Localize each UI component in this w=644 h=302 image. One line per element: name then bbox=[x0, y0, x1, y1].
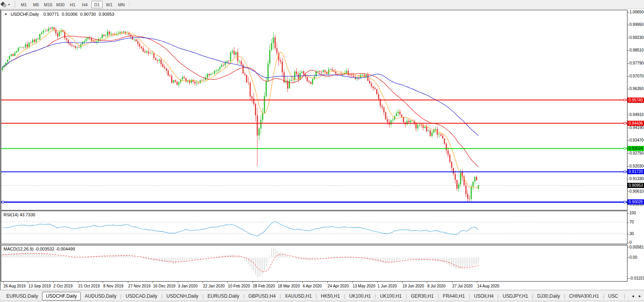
hline-handle[interactable] bbox=[2, 201, 4, 203]
chart-tab-usdcnh-daily[interactable]: USDCNH,Daily bbox=[165, 292, 200, 300]
tab-separator: | bbox=[437, 293, 439, 299]
hline-price-tag[interactable]: 0.95740 bbox=[627, 98, 644, 103]
tab-scroll-left-button[interactable]: ◄ bbox=[631, 294, 635, 298]
bid-price-tag: 0.90953 bbox=[627, 183, 644, 188]
hline-price-tag[interactable]: 0.90026 bbox=[627, 199, 644, 204]
time-axis-tick bbox=[53, 282, 54, 283]
rsi-axis-tick bbox=[627, 234, 629, 234]
price-axis-tick bbox=[627, 140, 629, 141]
chart-tab-hk50-h1[interactable]: HK50,H1 bbox=[319, 292, 342, 300]
hline-handle[interactable] bbox=[624, 147, 626, 149]
time-axis-tick bbox=[28, 282, 28, 283]
tab-scroll-right-button[interactable]: ► bbox=[638, 294, 642, 298]
price-axis-label: 0.97070 bbox=[629, 74, 644, 79]
time-axis-label: 8 Jul 2020 bbox=[427, 284, 445, 288]
chart-tab-uk100-h1[interactable]: UK100,H1 bbox=[347, 292, 372, 300]
time-axis-label: 14 Aug 2020 bbox=[477, 284, 499, 288]
price-axis-tick bbox=[627, 76, 629, 77]
main-chart-pane[interactable]: ▼ USDCHF,Daily 0.90771 0.91006 0.90730 0… bbox=[1, 10, 627, 210]
chart-tab-xauusd-h1[interactable]: XAUUSD,H1 bbox=[283, 292, 314, 300]
time-axis-tick bbox=[477, 282, 477, 283]
timeframe-m30[interactable]: M30 bbox=[55, 1, 66, 8]
time-axis-tick bbox=[203, 282, 203, 283]
rsi-axis-label: 30 bbox=[629, 232, 634, 236]
tab-separator: | bbox=[375, 293, 376, 299]
toolbar-grip[interactable] bbox=[15, 1, 15, 7]
chart-tab-ger30-h1[interactable]: GER30,H1 bbox=[409, 292, 435, 300]
collapse-triangle-icon[interactable]: ▼ bbox=[4, 13, 7, 16]
timeframe-d1[interactable]: D1 bbox=[91, 1, 103, 8]
time-axis-label: 3 Jan 2020 bbox=[178, 284, 198, 288]
hline-handle[interactable] bbox=[624, 171, 626, 173]
chart-tab-usoil-h4[interactable]: USOil,H4 bbox=[472, 292, 495, 300]
tab-separator: | bbox=[498, 293, 499, 299]
rsi-axis[interactable]: 10070300 bbox=[627, 211, 644, 244]
time-axis-tick bbox=[253, 282, 253, 283]
timeframe-h1[interactable]: H1 bbox=[67, 1, 78, 8]
rsi-pane[interactable]: RSI(14) 43.7330 bbox=[1, 211, 627, 244]
tab-separator: | bbox=[603, 293, 604, 299]
time-axis-label: 10 Feb 2020 bbox=[228, 284, 250, 288]
time-axis-label: 8 Nov 2019 bbox=[103, 284, 123, 288]
macd-axis-label: 0.005818 bbox=[629, 245, 644, 250]
chart-tab-eurusd-daily[interactable]: EURUSD,Daily bbox=[5, 292, 40, 300]
price-axis-label: 0.91330 bbox=[629, 177, 644, 181]
tab-separator: | bbox=[316, 293, 317, 299]
chart-tab-usdjpy-h1[interactable]: USDJPY,H1 bbox=[501, 292, 530, 300]
hline-price-tag[interactable]: 0.91720 bbox=[627, 169, 644, 174]
macd-pane[interactable]: MACD(12,26,9) -0.003532 -0.004499 bbox=[1, 245, 627, 282]
price-axis-label: 0.94190 bbox=[629, 125, 644, 130]
timeframe-h4[interactable]: H4 bbox=[79, 1, 90, 8]
price-axis-tick bbox=[627, 63, 629, 64]
hline-handle[interactable] bbox=[624, 122, 626, 124]
rsi-chart[interactable] bbox=[1, 211, 627, 244]
rsi-axis-tick bbox=[627, 222, 629, 223]
time-axis-tick bbox=[103, 282, 103, 283]
draw-tool-icon[interactable] bbox=[1, 2, 7, 7]
time-axis-label: 2 Oct 2019 bbox=[54, 284, 73, 288]
chart-tab-usdchf-daily[interactable]: USDCHF,Daily bbox=[42, 292, 81, 300]
timeframe-m1[interactable]: M1 bbox=[18, 1, 30, 8]
hline-price-tag[interactable]: 0.93024 bbox=[627, 146, 644, 151]
hline-handle[interactable] bbox=[624, 99, 626, 101]
tab-separator: | bbox=[469, 293, 470, 299]
price-axis-tick bbox=[627, 128, 629, 128]
chart-tab-usdcad-daily[interactable]: USDCAD,Daily bbox=[124, 292, 159, 300]
macd-chart[interactable] bbox=[1, 245, 627, 281]
chart-tab-fra40-h1[interactable]: FRA40,H1 bbox=[441, 292, 467, 300]
tab-separator: | bbox=[202, 293, 203, 299]
chart-tab-eurusd-daily[interactable]: EURUSD,Daily bbox=[206, 292, 241, 300]
timeframe-m15[interactable]: M15 bbox=[42, 1, 54, 8]
time-axis-tick bbox=[277, 282, 278, 283]
price-axis-label: 0.92030 bbox=[629, 164, 644, 169]
price-axis-tick bbox=[627, 89, 629, 89]
window-bottom-strip bbox=[0, 300, 644, 302]
price-axis-tick bbox=[627, 153, 629, 154]
timeframe-toolbar: ▾ M1M5M15M30H1H4D1W1MN bbox=[0, 0, 644, 9]
macd-axis-tick bbox=[627, 258, 629, 258]
price-axis[interactable]: 1.006500.999500.992300.985100.977900.970… bbox=[627, 10, 644, 210]
chart-tab-gbpusd-h4[interactable]: GBPUSD,H4 bbox=[247, 292, 277, 300]
price-axis-label: 0.94910 bbox=[629, 112, 644, 117]
macd-axis[interactable]: 0.0058180.00-0.01151 bbox=[627, 245, 644, 282]
time-axis-label: 21 Oct 2019 bbox=[78, 284, 100, 288]
tab-separator: | bbox=[344, 293, 345, 299]
candlestick-chart[interactable] bbox=[1, 10, 627, 210]
chart-tab-uk100-h1[interactable]: UK100,H1 bbox=[378, 292, 403, 300]
chart-tab-audusd-daily[interactable]: AUDUSD,Daily bbox=[83, 292, 118, 300]
time-axis[interactable]: 26 Aug 201913 Sep 20192 Oct 201921 Oct 2… bbox=[1, 282, 627, 290]
time-axis-label: 16 Dec 2019 bbox=[153, 284, 175, 288]
hline-price-tag[interactable]: 0.94436 bbox=[627, 121, 644, 126]
chart-tab-china300-h1[interactable]: CHINA300,H1 bbox=[568, 292, 601, 300]
tab-separator: | bbox=[564, 293, 565, 299]
macd-axis-label: -0.01151 bbox=[629, 276, 644, 281]
timeframe-m5[interactable]: M5 bbox=[30, 1, 42, 8]
macd-label: MACD(12,26,9) -0.003532 -0.004499 bbox=[4, 247, 75, 251]
time-axis-tick bbox=[302, 282, 303, 283]
timeframe-w1[interactable]: W1 bbox=[103, 1, 115, 8]
chevron-down-icon[interactable]: ▾ bbox=[8, 3, 10, 6]
timeframe-mn[interactable]: MN bbox=[116, 1, 127, 8]
hline-handle[interactable] bbox=[624, 201, 626, 203]
time-axis-label: 27 Jul 2020 bbox=[452, 284, 473, 288]
chart-tab-dj30-daily[interactable]: DJ30,Daily bbox=[535, 292, 561, 300]
